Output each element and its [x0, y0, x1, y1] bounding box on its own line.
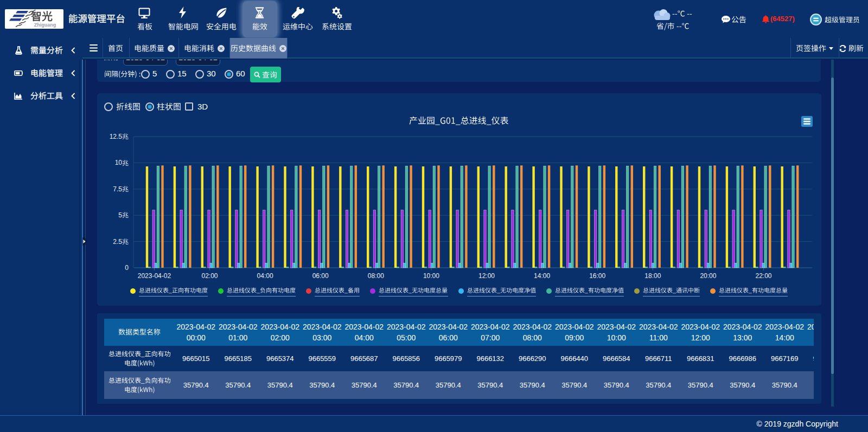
svg-text:14:00: 14:00: [534, 272, 550, 280]
svg-text:10:00: 10:00: [423, 272, 439, 280]
svg-text:08:00: 08:00: [368, 272, 384, 280]
svg-text:20:00: 20:00: [700, 272, 716, 280]
svg-text:12:00: 12:00: [478, 272, 495, 280]
svg-text:04:00: 04:00: [257, 272, 273, 280]
svg-text:06:00: 06:00: [312, 272, 329, 280]
svg-text:18:00: 18:00: [644, 272, 661, 280]
svg-text:2023-04-02: 2023-04-02: [138, 272, 171, 280]
svg-text:02:00: 02:00: [201, 272, 218, 280]
svg-text:16:00: 16:00: [589, 272, 605, 280]
svg-text:22:00: 22:00: [755, 272, 771, 280]
